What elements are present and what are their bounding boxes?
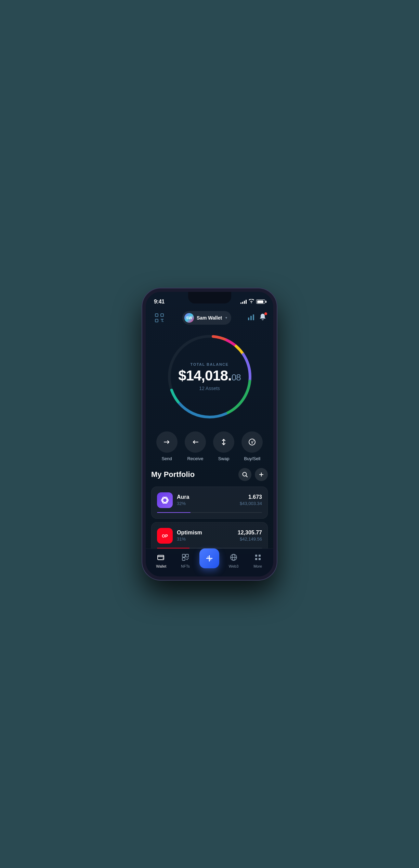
balance-circle: TOTAL BALANCE $14,018.08 12 Assets xyxy=(165,332,254,421)
swap-label: Swap xyxy=(218,456,230,461)
aura-amount: 1.673 xyxy=(240,494,262,500)
wifi-icon xyxy=(249,299,254,304)
send-button[interactable] xyxy=(156,431,178,453)
op-logo: OP xyxy=(157,528,173,544)
aura-name: Aura xyxy=(177,494,236,500)
buysell-label: Buy/Sell xyxy=(244,456,261,461)
aura-progress-bar xyxy=(157,512,262,513)
svg-rect-34 xyxy=(255,558,257,560)
svg-rect-7 xyxy=(250,316,252,320)
svg-rect-6 xyxy=(248,318,249,320)
asset-row-aura: Aura 32% 1.673 $43,003.34 xyxy=(157,492,262,508)
send-action: Send xyxy=(156,431,178,461)
portfolio-title: My Portfolio xyxy=(151,470,195,479)
aura-percent: 32% xyxy=(177,501,236,506)
asset-row-optimism: OP Optimism 31% 12,305.77 $42,149.56 xyxy=(157,528,262,544)
aura-logo xyxy=(157,492,173,508)
more-icon xyxy=(254,553,262,563)
portfolio-add-button[interactable] xyxy=(255,468,268,481)
op-values: 12,305.77 $42,149.56 xyxy=(238,530,262,542)
balance-content: TOTAL BALANCE $14,018.08 12 Assets xyxy=(175,362,244,391)
portfolio-search-button[interactable] xyxy=(238,468,251,481)
action-buttons: Send Receive Swap xyxy=(146,428,273,468)
svg-rect-27 xyxy=(182,558,185,560)
balance-cents: 08 xyxy=(232,372,241,383)
chevron-down-icon: ▾ xyxy=(225,316,227,320)
svg-rect-0 xyxy=(155,314,158,316)
portfolio-header: My Portfolio xyxy=(151,468,268,481)
nfts-icon xyxy=(181,553,189,563)
status-time: 9:41 xyxy=(154,299,165,305)
avatar: SW xyxy=(184,313,194,323)
op-info: Optimism 31% xyxy=(177,530,234,542)
web3-icon xyxy=(230,553,238,563)
receive-button[interactable] xyxy=(185,431,206,453)
op-percent: 31% xyxy=(177,536,234,542)
svg-rect-24 xyxy=(158,555,164,560)
header-right xyxy=(247,313,266,322)
swap-action: Swap xyxy=(213,431,234,461)
phone-frame: 9:41 xyxy=(142,288,277,580)
send-label: Send xyxy=(161,456,172,461)
signal-icon xyxy=(240,300,247,304)
web3-nav-label: Web3 xyxy=(229,564,239,568)
svg-rect-33 xyxy=(259,555,261,557)
svg-rect-8 xyxy=(253,314,254,320)
svg-rect-5 xyxy=(163,321,163,322)
account-selector[interactable]: SW Sam Wallet ▾ xyxy=(182,311,231,325)
swap-button[interactable] xyxy=(213,431,234,453)
balance-section: TOTAL BALANCE $14,018.08 12 Assets xyxy=(146,329,273,428)
asset-card-aura[interactable]: Aura 32% 1.673 $43,003.34 xyxy=(151,487,268,519)
chart-button[interactable] xyxy=(247,313,255,322)
phone-screen: 9:41 xyxy=(146,292,273,576)
nav-more[interactable]: More xyxy=(246,553,270,568)
svg-rect-1 xyxy=(161,314,163,316)
portfolio-actions xyxy=(238,468,268,481)
nav-center xyxy=(197,553,222,568)
notch xyxy=(188,292,231,303)
receive-label: Receive xyxy=(187,456,203,461)
portfolio-section: My Portfolio xyxy=(146,468,273,554)
center-action-button[interactable] xyxy=(199,548,219,568)
svg-point-28 xyxy=(208,557,209,558)
header: SW Sam Wallet ▾ xyxy=(146,307,273,329)
bottom-nav: Wallet NFTs xyxy=(146,548,273,576)
battery-icon xyxy=(256,299,265,304)
nav-wallet[interactable]: Wallet xyxy=(149,553,173,568)
op-usd: $42,149.56 xyxy=(238,536,262,542)
svg-rect-32 xyxy=(255,555,257,557)
scan-button[interactable] xyxy=(153,311,166,325)
svg-text:OP: OP xyxy=(162,534,168,539)
wallet-icon xyxy=(157,553,165,563)
account-name: Sam Wallet xyxy=(197,315,222,321)
svg-rect-35 xyxy=(259,558,261,560)
balance-label: TOTAL BALANCE xyxy=(175,362,244,366)
balance-amount: $14,018.08 xyxy=(175,368,244,383)
more-nav-label: More xyxy=(253,564,262,568)
svg-point-22 xyxy=(161,496,168,504)
wallet-nav-label: Wallet xyxy=(156,564,166,568)
svg-rect-26 xyxy=(186,554,188,557)
notification-badge xyxy=(264,312,267,315)
svg-rect-25 xyxy=(182,554,185,557)
nav-nfts[interactable]: NFTs xyxy=(173,553,198,568)
aura-values: 1.673 $43,003.34 xyxy=(240,494,262,506)
notification-button[interactable] xyxy=(259,313,266,322)
status-icons xyxy=(240,299,265,304)
nfts-nav-label: NFTs xyxy=(181,564,190,568)
balance-assets: 12 Assets xyxy=(175,386,244,391)
buysell-action: $ Buy/Sell xyxy=(241,431,263,461)
aura-usd: $43,003.34 xyxy=(240,501,262,506)
op-name: Optimism xyxy=(177,530,234,536)
svg-text:$: $ xyxy=(251,441,253,444)
op-amount: 12,305.77 xyxy=(238,530,262,536)
svg-rect-2 xyxy=(155,319,158,322)
receive-action: Receive xyxy=(185,431,206,461)
svg-point-29 xyxy=(210,559,211,560)
buysell-button[interactable]: $ xyxy=(241,431,263,453)
nav-web3[interactable]: Web3 xyxy=(222,553,246,568)
aura-info: Aura 32% xyxy=(177,494,236,506)
